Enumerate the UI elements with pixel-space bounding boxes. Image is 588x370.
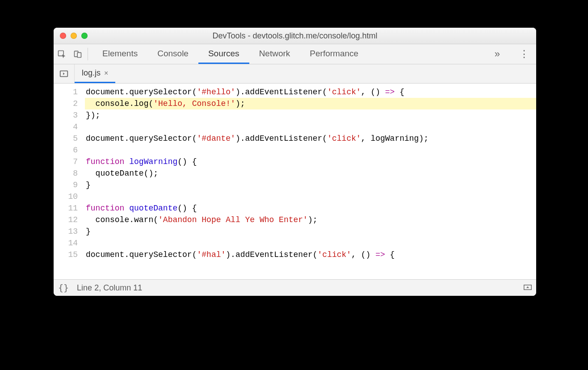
code-area[interactable]: document.querySelector('#hello').addEven… <box>82 84 536 279</box>
code-line[interactable]: document.querySelector('#hello').addEven… <box>85 86 536 98</box>
line-number: 11 <box>54 202 78 214</box>
panel-tab-network[interactable]: Network <box>249 44 300 64</box>
panel-tab-console[interactable]: Console <box>147 44 198 64</box>
line-number: 8 <box>54 168 78 179</box>
panel-tab-elements[interactable]: Elements <box>92 44 147 64</box>
drawer-toggle-icon[interactable] <box>524 283 532 293</box>
settings-menu-button[interactable]: ⋮ <box>512 48 536 60</box>
line-number: 14 <box>54 237 78 249</box>
line-number: 7 <box>54 156 78 168</box>
code-line[interactable] <box>85 144 536 156</box>
separator <box>88 48 88 60</box>
code-line[interactable]: document.querySelector('#hal').addEventL… <box>85 249 536 261</box>
panel-tab-performance[interactable]: Performance <box>300 44 368 64</box>
close-tab-icon[interactable]: × <box>104 69 108 77</box>
code-line[interactable]: console.warn('Abandon Hope All Ye Who En… <box>85 214 536 226</box>
line-number: 2 <box>54 98 78 109</box>
file-tab-bar: log.js × <box>54 64 536 84</box>
main-toolbar: ElementsConsoleSourcesNetworkPerformance… <box>54 44 536 64</box>
window-titlebar: DevTools - devtools.glitch.me/console/lo… <box>54 28 536 44</box>
minimize-window-button[interactable] <box>71 33 77 39</box>
code-line[interactable]: console.log('Hello, Console!'); <box>85 98 536 109</box>
file-tab-logjs[interactable]: log.js × <box>75 64 115 83</box>
panel-tab-sources[interactable]: Sources <box>198 44 249 64</box>
code-line[interactable]: function logWarning() { <box>85 156 536 168</box>
line-number: 12 <box>54 214 78 226</box>
show-navigator-icon[interactable] <box>54 64 75 83</box>
line-number: 15 <box>54 249 78 261</box>
line-number: 9 <box>54 179 78 191</box>
code-line[interactable] <box>85 121 536 133</box>
code-editor[interactable]: 123456789101112131415 document.querySele… <box>54 84 536 279</box>
line-number: 10 <box>54 191 78 202</box>
toolbar-right: » ⋮ <box>487 44 536 64</box>
svg-rect-2 <box>77 53 81 58</box>
code-line[interactable]: } <box>85 226 536 237</box>
close-window-button[interactable] <box>60 33 66 39</box>
inspect-element-icon[interactable] <box>54 44 70 64</box>
pretty-print-icon[interactable]: {} <box>58 282 69 293</box>
maximize-window-button[interactable] <box>81 33 88 39</box>
code-line[interactable]: quoteDante(); <box>85 168 536 179</box>
line-number: 13 <box>54 226 78 237</box>
device-toolbar-icon[interactable] <box>70 44 86 64</box>
more-tabs-button[interactable]: » <box>487 48 508 60</box>
line-number-gutter: 123456789101112131415 <box>54 84 82 279</box>
file-tab-label: log.js <box>82 68 101 78</box>
window-controls <box>60 33 88 39</box>
status-bar: {} Line 2, Column 11 <box>54 279 536 296</box>
line-number: 5 <box>54 133 78 144</box>
line-number: 3 <box>54 109 78 121</box>
line-number: 4 <box>54 121 78 133</box>
window-title: DevTools - devtools.glitch.me/console/lo… <box>54 31 536 41</box>
code-line[interactable] <box>85 237 536 249</box>
code-line[interactable]: } <box>85 179 536 191</box>
code-line[interactable]: document.querySelector('#dante').addEven… <box>85 133 536 144</box>
devtools-window: DevTools - devtools.glitch.me/console/lo… <box>54 28 536 296</box>
line-number: 6 <box>54 144 78 156</box>
code-line[interactable] <box>85 191 536 202</box>
cursor-position: Line 2, Column 11 <box>77 283 142 293</box>
line-number: 1 <box>54 86 78 98</box>
panel-tabs: ElementsConsoleSourcesNetworkPerformance <box>92 44 368 64</box>
code-line[interactable]: }); <box>85 109 536 121</box>
code-line[interactable]: function quoteDante() { <box>85 202 536 214</box>
